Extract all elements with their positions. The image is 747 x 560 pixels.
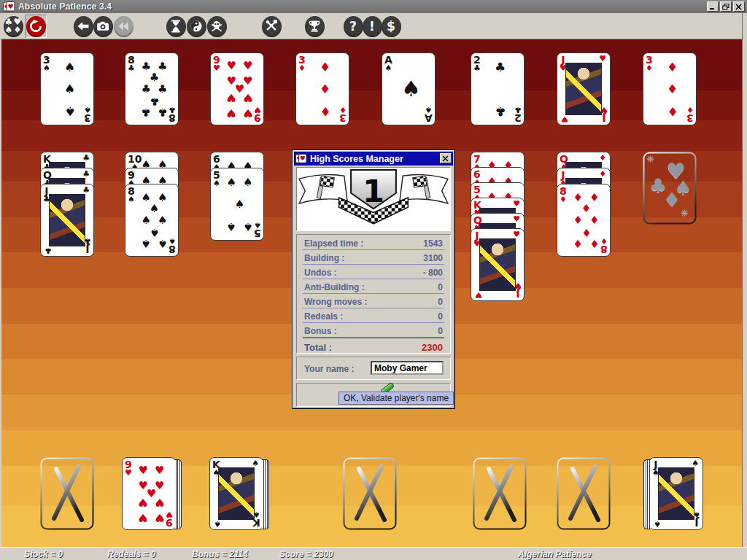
status-game-name: Algerian Patience [518,549,592,559]
toolbar-give-up-button[interactable] [206,15,228,38]
card-As[interactable]: A♠A♠♠ [382,52,436,125]
empty-slot-x-icon [557,457,611,530]
card-index-tl: 8♦ [560,186,567,203]
card-Jh[interactable]: J♥J♥♥♥ [557,52,611,125]
pip-9830: ♦ [667,105,678,117]
pip-9829: ♥ [139,496,148,507]
total-label: Total : [304,342,332,353]
card-index-tr: ♦ [599,155,606,162]
pip-9830: ♦ [589,215,599,226]
pip-9830: ♦ [581,226,591,237]
pip-9824: ♠ [158,238,167,249]
yin-yang-icon [189,19,204,34]
toolbar-register-button[interactable]: $ [380,15,402,38]
stat-row: Anti-Building :0 [303,279,444,294]
stock-1[interactable] [40,457,94,530]
arrow-left-icon [76,19,90,34]
status-redeals: Redeals = 0 [107,549,155,559]
stat-label: Bonus : [304,326,337,336]
stat-row: Redeals :0 [303,308,444,323]
pip-9829: ♥ [243,61,252,71]
card-Jc[interactable]: J♣J♣♣♣ [40,184,94,257]
card-5s[interactable]: 5♠5♠♠♠♠♠♠ [210,168,264,241]
card-index-br: 9♥ [166,510,173,528]
card-index-tl: 9♥ [125,459,132,477]
card-Jh[interactable]: J♥J♥♥♥ [471,228,525,301]
toolbar-high-scores-button[interactable] [303,15,325,38]
toolbar-snapshot-button[interactable] [92,15,114,38]
dialog-title: High Scores Manager [310,154,403,164]
toolbar-restart-button[interactable] [25,15,47,38]
card-index-tr: ♣ [82,171,90,178]
card-3d[interactable]: 3♦3♦♦♦♦ [643,52,697,125]
toolbar-timer-button[interactable] [165,15,187,38]
minimize-button[interactable] [707,1,719,12]
stock-6[interactable] [557,457,611,530]
card-Ks[interactable]: K♠K♠♠♠ [209,457,263,530]
window-right-border [742,13,747,547]
empty-slot-x-icon [343,457,397,530]
pip-9824: ♠ [227,176,236,187]
restore-button[interactable] [720,1,732,12]
card-8s[interactable]: 8♠8♠♠♠♠♠♠♠♠♠ [125,184,179,257]
pip-9830: ♦ [573,238,583,249]
card-index-tr: ♦ [599,171,606,178]
pip-9827: ♣ [495,105,506,117]
court-card-portrait [218,467,255,520]
card-3d[interactable]: 3♦3♦♦♦♦ [295,52,349,125]
stat-label: Anti-Building : [304,282,365,292]
pip-9829: ♥ [139,511,148,522]
dialog-titlebar: ♥♦ High Scores Manager [294,152,453,166]
card-8d[interactable]: 8♦8♦♦♦♦♦♦♦♦♦ [557,184,611,257]
high-scores-dialog: ♥♦ High Scores Manager 1 [292,149,455,409]
stat-value: 0 [438,297,443,307]
card-index-tl: 8♣ [128,55,135,72]
card-9h[interactable]: 9♥9♥♥♥♥♥♥♥♥♥♥ [210,52,264,125]
stat-value: - 800 [423,268,443,278]
pip-9827: ♣ [158,106,167,117]
arrow-left-icon [74,16,93,37]
tools-icon [262,16,282,37]
stock-5[interactable] [473,457,527,530]
pip-9829: ♥ [227,61,236,71]
toolbar-options-button[interactable] [260,15,282,38]
status-stock: Stock = 0 [24,549,63,559]
card-index-tr: ♠ [252,460,259,467]
dialog-close-button[interactable] [440,153,452,163]
stat-value: 1543 [423,238,443,249]
pip-9829: ♥ [155,465,164,476]
card-index-tr: ♣ [82,187,90,194]
yin-yang-icon [187,16,206,37]
toolbar-undo-all-button[interactable] [112,15,134,38]
card-index-bl: ♣ [44,246,52,254]
double-arrow-left-icon [114,16,133,37]
card-2c[interactable]: 2♣2♣♣♣ [471,52,525,125]
court-card-portrait [565,63,602,115]
stat-label: Building : [304,253,344,263]
total-value: 2300 [422,342,443,353]
card-index-tl: 9♥ [213,55,220,72]
pip-9824: ♠ [142,215,151,226]
pip-9830: ♦ [589,238,599,249]
card-8c[interactable]: 8♣8♣♣♣♣♣♣♣♣♣ [125,52,179,125]
toolbar-undo-button[interactable] [72,15,94,38]
close-button[interactable] [733,1,745,12]
pip-9824: ♠ [235,199,244,210]
stock-4[interactable] [343,457,397,530]
pip-9829: ♥ [227,106,236,117]
hourglass-icon [169,19,183,34]
card-index-tr: ♥ [513,216,520,223]
card-Js[interactable]: J♠J♠♠♠ [649,457,703,530]
foundation-placeholder[interactable]: ✳♥♣♠♦✳ [643,152,697,225]
card-index-br: 3♦ [339,106,347,123]
card-index-br: 8♣ [169,106,176,123]
rank-banner-graphic: 1 [297,168,450,230]
toolbar-auto-play-button[interactable] [185,15,207,38]
svg-text:♥: ♥ [300,155,306,163]
player-name-input[interactable] [371,361,444,375]
toolbar-deal-new-game-button[interactable]: ♣♥♠♦ [2,15,24,38]
pip-9824: ♠ [158,192,167,203]
stat-value: 0 [438,311,443,322]
card-3s[interactable]: 3♠3♠♠♠♠ [40,52,94,125]
card-9h[interactable]: 9♥9♥♥♥♥♥♥♥♥♥♥ [122,457,176,530]
